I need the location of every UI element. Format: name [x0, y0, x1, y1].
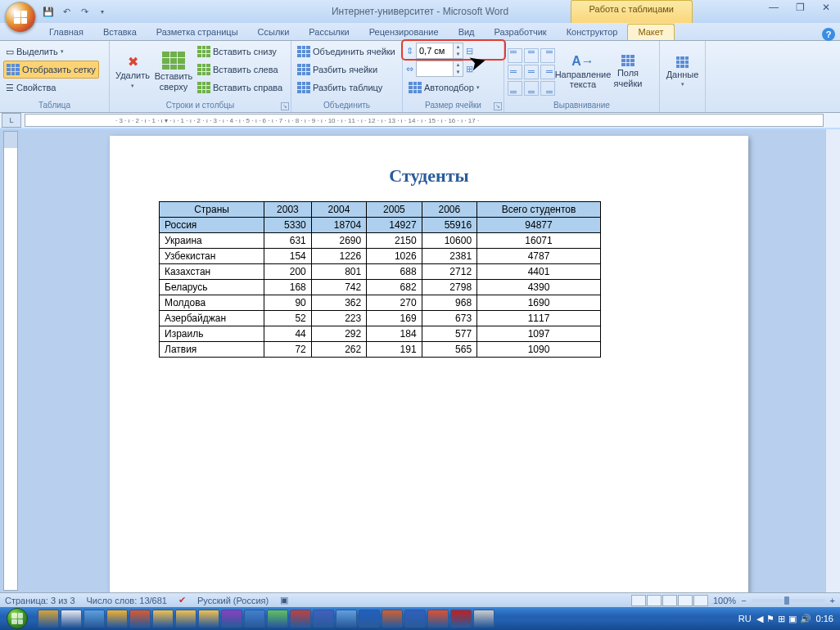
taskbar-item[interactable] [313, 610, 334, 628]
tray-icons[interactable]: ◀⚑⊞▣🔊 [756, 614, 811, 624]
taskbar-item[interactable] [198, 610, 219, 628]
split-table-button[interactable]: Разбить таблицу [295, 79, 398, 97]
taskbar-item[interactable] [382, 610, 403, 628]
zoom-level[interactable]: 100% [713, 596, 736, 605]
taskbar-item[interactable] [450, 610, 472, 628]
data-button[interactable]: Данные▾ [663, 43, 702, 101]
help-button[interactable]: ? [822, 28, 835, 41]
status-macro-icon[interactable]: ▣ [280, 595, 288, 605]
tab-selector[interactable]: L [2, 113, 21, 128]
zoom-in-button[interactable]: + [830, 596, 835, 605]
horizontal-ruler[interactable]: · 3 · ı · 2 · ı · 1 · ı ▾ · ı · 1 · ı · … [25, 114, 824, 127]
taskbar-item[interactable] [359, 610, 380, 628]
status-language[interactable]: Русский (Россия) [197, 596, 269, 605]
delete-button[interactable]: ✖Удалить▾ [113, 43, 152, 101]
table-row[interactable]: Беларусь16874268227984390 [160, 280, 601, 295]
start-button[interactable] [0, 607, 34, 630]
tab-Рецензирование[interactable]: Рецензирование [359, 25, 449, 40]
tab-Главная[interactable]: Главная [39, 25, 93, 40]
tab-Вид[interactable]: Вид [449, 25, 485, 40]
tab-Рассылки[interactable]: Рассылки [299, 25, 359, 40]
table-header[interactable]: Всего студентов [477, 202, 601, 218]
autofit-button[interactable]: Автоподбор▾ [406, 79, 482, 97]
status-words[interactable]: Число слов: 13/681 [87, 596, 167, 605]
tab-Конструктор[interactable]: Конструктор [557, 25, 628, 40]
vertical-scrollbar[interactable] [825, 129, 840, 592]
table-row[interactable]: Израиль442921845771097 [160, 326, 601, 342]
status-spellcheck-icon[interactable]: ✔ [178, 595, 186, 605]
zoom-out-button[interactable]: − [741, 596, 746, 605]
tab-Разметка страницы[interactable]: Разметка страницы [147, 25, 248, 40]
distribute-rows-icon[interactable]: ⊟ [466, 46, 473, 56]
tab-Разработчик[interactable]: Разработчик [485, 25, 557, 40]
distribute-cols-icon[interactable]: ⊞ [466, 64, 473, 74]
rowscols-dialog-launcher[interactable]: ↘ [281, 102, 289, 110]
insert-right-button[interactable]: Вставить справа [195, 79, 285, 97]
taskbar-item[interactable] [290, 610, 311, 628]
qat-undo-icon[interactable]: ↶ [59, 4, 74, 19]
table-row[interactable]: Азербайджан522231696731117 [160, 311, 601, 326]
zoom-slider[interactable] [752, 599, 825, 602]
taskbar-item[interactable] [152, 610, 174, 628]
table-row[interactable]: Молдова903622709681690 [160, 295, 601, 311]
taskbar-item[interactable] [244, 610, 265, 628]
vertical-ruler[interactable] [3, 131, 18, 591]
table-row[interactable]: Украина631269021501060016071 [160, 233, 601, 249]
office-button[interactable] [5, 2, 36, 33]
students-table[interactable]: Страны2003200420052006Всего студентовРос… [159, 201, 601, 358]
insert-above-button[interactable]: Вставить сверху [154, 43, 193, 101]
insert-below-button[interactable]: Вставить снизу [195, 43, 285, 61]
document-title[interactable]: Студенты [159, 165, 699, 187]
status-page[interactable]: Страница: 3 из 3 [5, 596, 75, 605]
clock[interactable]: 0:16 [816, 614, 833, 623]
view-buttons[interactable] [631, 595, 708, 606]
taskbar-item[interactable] [106, 610, 128, 628]
table-row[interactable]: Узбекистан1541226102623814787 [160, 249, 601, 264]
qat-save-icon[interactable]: 💾 [41, 4, 56, 19]
table-header[interactable]: 2005 [367, 202, 422, 218]
group-label-cellsize: Размер ячейки [403, 100, 504, 111]
taskbar-item[interactable] [473, 610, 495, 628]
alignment-grid[interactable] [508, 48, 555, 96]
col-width-input[interactable]: ▲▼ [416, 61, 463, 77]
taskbar-item[interactable] [427, 610, 449, 628]
tab-Вставка[interactable]: Вставка [93, 25, 147, 40]
group-label-table: Таблица [0, 100, 109, 111]
table-header[interactable]: Страны [160, 202, 264, 218]
close-button[interactable]: ✕ [817, 2, 835, 15]
table-row[interactable]: Латвия722621915651090 [160, 342, 601, 358]
table-header[interactable]: 2004 [311, 202, 366, 218]
table-header[interactable]: 2006 [422, 202, 476, 218]
tab-Макет[interactable]: Макет [627, 24, 674, 40]
table-row[interactable]: Казахстан20080168827124401 [160, 264, 601, 280]
taskbar-item[interactable] [221, 610, 242, 628]
taskbar-item[interactable] [38, 610, 59, 628]
status-bar: Страница: 3 из 3 Число слов: 13/681 ✔ Ру… [0, 592, 840, 607]
cellsize-dialog-launcher[interactable]: ↘ [494, 102, 502, 110]
cell-margins-button[interactable]: Поля ячейки [611, 52, 645, 91]
table-header[interactable]: 2003 [264, 202, 312, 218]
taskbar-item[interactable] [336, 610, 357, 628]
restore-button[interactable]: ❐ [791, 2, 809, 15]
minimize-button[interactable]: — [765, 2, 783, 15]
merge-cells-button[interactable]: Объединить ячейки [295, 43, 398, 61]
taskbar-item[interactable] [267, 610, 288, 628]
taskbar-item[interactable] [61, 610, 82, 628]
group-label-alignment: Выравнивание [504, 100, 659, 111]
row-height-input[interactable]: ▲▼ [416, 43, 463, 59]
qat-redo-icon[interactable]: ↷ [77, 4, 92, 19]
properties-button[interactable]: ☰ Свойства [3, 79, 99, 97]
taskbar-item[interactable] [129, 610, 151, 628]
select-button[interactable]: ▭ Выделить ▾ [3, 43, 99, 61]
tab-Ссылки[interactable]: Ссылки [248, 25, 300, 40]
taskbar-item[interactable] [84, 610, 105, 628]
text-direction-button[interactable]: A→Направление текста [557, 51, 609, 93]
taskbar-item[interactable] [404, 610, 426, 628]
taskbar-item[interactable] [175, 610, 196, 628]
lang-indicator[interactable]: RU [738, 614, 752, 623]
split-cells-button[interactable]: Разбить ячейки [295, 61, 398, 79]
insert-left-button[interactable]: Вставить слева [195, 61, 285, 79]
view-gridlines-button[interactable]: Отобразить сетку [3, 61, 99, 79]
qat-customize-icon[interactable]: ▼ [95, 4, 110, 19]
table-row[interactable]: Россия533018704149275591694877 [160, 218, 601, 233]
